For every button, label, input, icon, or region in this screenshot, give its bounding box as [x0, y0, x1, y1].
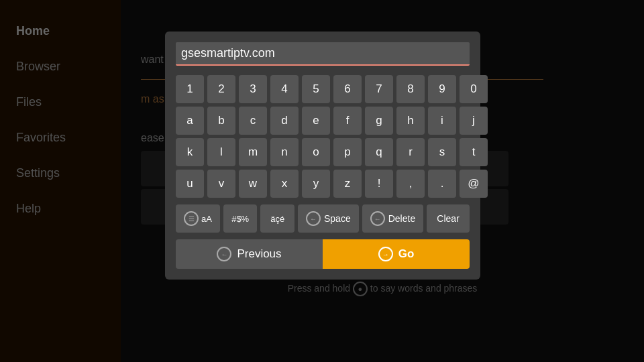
key-l[interactable]: l [207, 138, 235, 166]
key-x[interactable]: x [270, 170, 299, 198]
key-9[interactable]: 9 [428, 75, 456, 103]
key-h[interactable]: h [396, 107, 425, 135]
key-delete[interactable]: ← Delete [362, 204, 423, 233]
key-c[interactable]: c [239, 107, 267, 135]
key-6[interactable]: 6 [333, 75, 362, 103]
key-g[interactable]: g [365, 107, 393, 135]
key-b[interactable]: b [207, 107, 235, 135]
key-space[interactable]: ← Space [298, 204, 359, 233]
key-at[interactable]: @ [460, 170, 488, 198]
key-a[interactable]: a [176, 107, 204, 135]
action-row: ← Previous → Go [176, 239, 470, 269]
key-clear[interactable]: Clear [427, 204, 470, 233]
key-n[interactable]: n [270, 138, 299, 166]
space-left-icon: ← [306, 211, 321, 226]
key-caps[interactable]: ☰ aA [176, 204, 220, 233]
key-accents[interactable]: äçé [260, 204, 294, 233]
key-5[interactable]: 5 [302, 75, 330, 103]
go-button[interactable]: → Go [323, 239, 470, 269]
key-8[interactable]: 8 [396, 75, 425, 103]
key-k[interactable]: k [176, 138, 204, 166]
key-e[interactable]: e [302, 107, 330, 135]
key-0[interactable]: 0 [460, 75, 488, 103]
go-icon: → [378, 247, 393, 261]
key-1[interactable]: 1 [176, 75, 204, 103]
key-j[interactable]: j [460, 107, 488, 135]
key-z[interactable]: z [333, 170, 362, 198]
numbers-row: 1 2 3 4 5 6 7 8 9 0 [176, 75, 470, 103]
key-3[interactable]: 3 [239, 75, 267, 103]
row-aj: a b c d e f g h i j [176, 107, 470, 135]
key-i[interactable]: i [428, 107, 456, 135]
previous-icon: ← [217, 247, 231, 261]
row-kt: k l m n o p q r s t [176, 138, 470, 166]
special-keys-row: ☰ aA #$% äçé ← Space ← Delete Clear [176, 204, 470, 233]
keyboard-rows: 1 2 3 4 5 6 7 8 9 0 a b c d e f g h i j … [176, 75, 470, 233]
key-period[interactable]: . [428, 170, 456, 198]
keyboard-dialog: 1 2 3 4 5 6 7 8 9 0 a b c d e f g h i j … [165, 32, 480, 280]
key-r[interactable]: r [396, 138, 425, 166]
key-o[interactable]: o [302, 138, 330, 166]
key-y[interactable]: y [302, 170, 330, 198]
key-w[interactable]: w [239, 170, 267, 198]
key-d[interactable]: d [270, 107, 299, 135]
key-v[interactable]: v [207, 170, 235, 198]
key-exclaim[interactable]: ! [365, 170, 393, 198]
key-f[interactable]: f [333, 107, 362, 135]
row-uat: u v w x y z ! , . @ [176, 170, 470, 198]
key-t[interactable]: t [460, 138, 488, 166]
delete-icon: ← [370, 211, 385, 226]
caps-icon: ☰ [184, 211, 199, 226]
key-p[interactable]: p [333, 138, 362, 166]
key-comma[interactable]: , [396, 170, 425, 198]
key-symbols[interactable]: #$% [223, 204, 258, 233]
previous-button[interactable]: ← Previous [176, 239, 323, 269]
key-m[interactable]: m [239, 138, 267, 166]
key-2[interactable]: 2 [207, 75, 235, 103]
key-u[interactable]: u [176, 170, 204, 198]
key-q[interactable]: q [365, 138, 393, 166]
key-7[interactable]: 7 [365, 75, 393, 103]
key-s[interactable]: s [428, 138, 456, 166]
key-4[interactable]: 4 [270, 75, 299, 103]
url-input[interactable] [176, 42, 470, 66]
